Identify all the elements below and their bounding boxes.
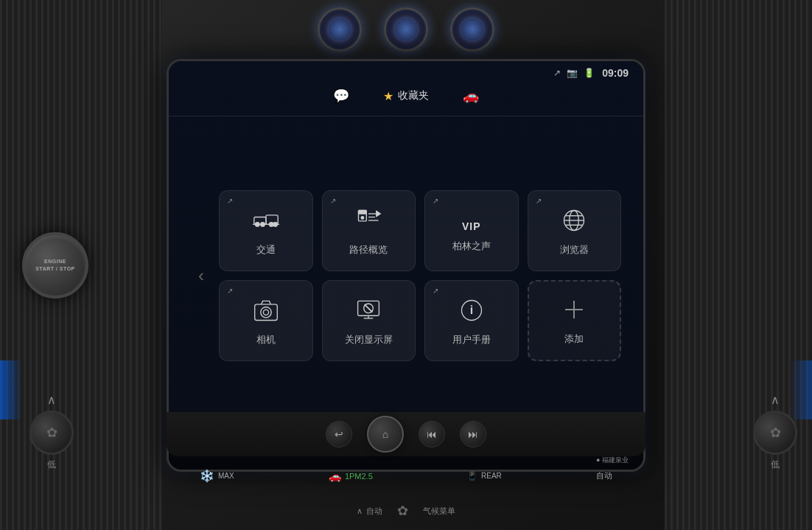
add-icon [562,298,586,327]
fan-icon-item: ✿ [397,503,408,519]
home-button[interactable]: ⌂ [367,416,404,453]
app-tile-display-off[interactable]: 关闭显示屏 [322,280,416,361]
svg-rect-8 [359,210,367,214]
app-tile-route[interactable]: ↗ 路径概览 [322,190,416,271]
right-up-arrow: ∧ [771,393,780,407]
rear-label: REAR [481,472,502,480]
max-label: MAX [218,472,234,480]
app-tile-traffic[interactable]: ↗ 交通 [219,190,313,271]
blue-accent-left [0,360,22,419]
arrow-icon-manual: ↗ [433,287,438,295]
infotainment-screen: ↗ 📷 🔋 09:09 💬 ★ 收藏夹 🚗 [167,59,645,472]
display-off-label: 关闭显示屏 [345,333,393,346]
rear-icon: 📱 [467,471,477,481]
climate-menu-label: 气候菜单 [423,506,455,517]
left-up-arrow: ∧ [47,393,56,407]
camera-icon: 📷 [567,68,578,78]
browser-label: 浏览器 [560,243,589,257]
manual-label: 用户手册 [452,333,491,346]
vip-label: 柏林之声 [452,240,491,253]
manual-icon: i [458,297,485,327]
traffic-icon [253,207,279,237]
star-icon: ★ [383,89,393,103]
car-pm-icon: 🚗 [329,470,341,482]
up-label: 自动 [366,506,382,517]
svg-line-26 [365,304,373,312]
climate-strip: ❄️ MAX 🚗 1PM2.5 📱 REAR 自动 [185,466,627,486]
traffic-label: 交通 [256,243,276,257]
menu-bar: ∧ 自动 ✿ 气候菜单 [185,503,627,519]
app-tile-manual[interactable]: ↗ i 用户手册 [424,280,519,361]
route-label: 路径概览 [349,243,388,257]
vent-left [318,7,362,52]
app-tile-add[interactable]: 添加 [528,280,622,361]
svg-point-21 [263,310,268,315]
clock-display: 09:09 [602,67,629,79]
climate-up-button[interactable]: ∧ 自动 [357,506,382,517]
engine-start-stop-button[interactable]: ENGINE START / STOP [22,232,88,299]
favorites-label: 收藏夹 [398,89,429,102]
vip-icon: VIP [462,210,481,234]
right-fan-knob[interactable]: ✿ [753,411,797,455]
svg-text:i: i [470,303,474,316]
max-icon: ❄️ [200,469,214,483]
car-link-icon: 🚗 [463,88,479,104]
vent-right [450,7,494,52]
signal-icon: ↗ [553,68,561,78]
next-icon: ⏭ [468,428,478,440]
arrow-icon-route: ↗ [330,197,336,205]
tab-car-link[interactable]: 🚗 [457,85,485,107]
engine-button-area: ENGINE START / STOP [22,232,88,299]
svg-marker-13 [377,211,380,216]
screen-content: ↗ 📷 🔋 09:09 💬 ★ 收藏夹 🚗 [169,61,643,470]
tab-favorites[interactable]: ★ 收藏夹 [377,86,435,106]
right-temp-label: 低 [771,458,780,471]
app-tile-vip[interactable]: ↗ VIP 柏林之声 [424,190,519,271]
app-tile-camera[interactable]: ↗ 相机 [219,280,313,361]
nav-arrow-left[interactable]: ‹ [191,258,211,293]
climate-menu-item[interactable]: 气候菜单 [423,506,455,517]
side-panel-left: ENGINE START / STOP [0,0,162,530]
display-off-icon [355,297,382,327]
next-track-button[interactable]: ⏭ [460,421,486,447]
auto-label: 自动 [596,470,612,481]
app-grid: ↗ 交通 [219,190,621,361]
right-fan-icon: ✿ [770,425,781,441]
tab-messages[interactable]: 💬 [327,85,355,107]
left-fan-icon: ✿ [46,425,57,441]
svg-point-3 [255,222,259,226]
app-grid-area: ‹ ↗ [169,116,643,434]
svg-point-20 [261,307,271,317]
camera-label: 相机 [256,333,276,346]
arrow-icon-vip: ↗ [433,197,438,205]
prev-track-button[interactable]: ⏮ [419,421,445,447]
left-temp-label: 低 [47,458,56,471]
left-bottom-controls: ∧ ✿ 低 [29,393,74,471]
auto-item: 自动 [596,470,612,481]
vent-center [384,7,428,52]
app-tile-browser[interactable]: ↗ 浏览器 [528,190,622,271]
browser-icon [561,207,587,237]
back-icon: ↩ [335,428,343,440]
prev-icon: ⏮ [427,428,437,440]
add-label: 添加 [564,332,584,346]
dealer-status-text: ● 福建泉业 [596,456,629,465]
fan-icon: ✿ [397,503,408,519]
car-interior: ENGINE START / STOP ↗ 📷 🔋 09:09 [0,0,812,530]
max-defrост-item: ❄️ MAX [200,469,234,483]
left-fan-knob[interactable]: ✿ [29,411,74,455]
battery-icon: 🔋 [584,68,595,78]
arrow-icon-traffic: ↗ [227,197,233,205]
vip-text: VIP [462,220,481,232]
svg-point-9 [361,216,364,219]
back-button[interactable]: ↩ [326,421,352,447]
status-icons: ↗ 📷 🔋 [553,68,595,78]
rear-item: 📱 REAR [467,471,502,481]
pm-item: 🚗 1PM2.5 [329,470,373,482]
route-icon [355,207,382,237]
status-bar: ↗ 📷 🔋 09:09 [169,61,643,79]
home-icon: ⌂ [382,428,388,440]
svg-point-6 [273,222,277,226]
engine-btn-text: ENGINE START / STOP [35,258,75,271]
arrow-icon-camera: ↗ [227,287,233,295]
